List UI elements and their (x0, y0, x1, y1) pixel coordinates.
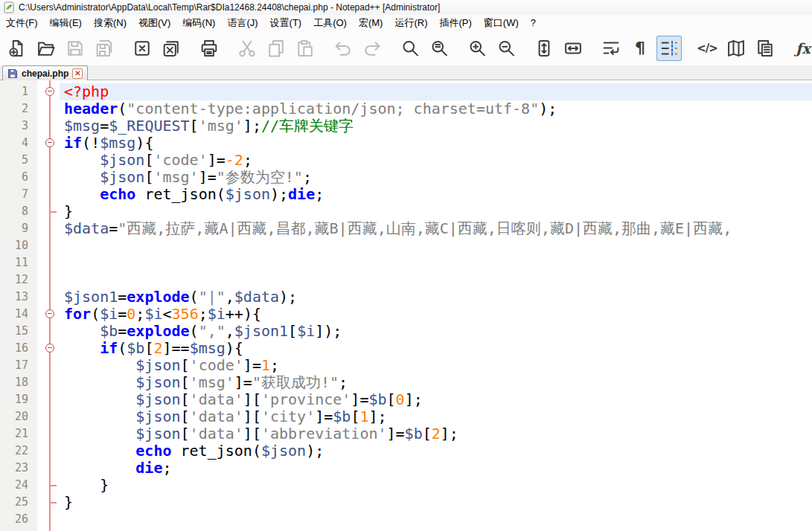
line-number[interactable]: 14 (0, 306, 37, 323)
fold-collapse-icon[interactable] (45, 309, 54, 318)
menu-item-4[interactable]: 编码(N) (176, 15, 221, 31)
code-text[interactable]: $json['data']['province']=$b[0]; (60, 391, 812, 408)
editor-line-18[interactable]: 18 $json['msg']="获取成功!"; (0, 374, 812, 391)
function-list-button[interactable]: ƒx (790, 36, 812, 61)
fold-margin[interactable] (37, 460, 60, 477)
menu-item-0[interactable]: 文件(F) (0, 15, 44, 31)
show-all-characters-button[interactable]: ¶ (627, 36, 653, 61)
editor-line-1[interactable]: 1<?php (0, 83, 812, 100)
editor-line-19[interactable]: 19 $json['data']['province']=$b[0]; (0, 391, 812, 408)
fold-margin[interactable] (37, 220, 60, 237)
line-number[interactable]: 8 (0, 203, 37, 220)
code-text[interactable]: $data="西藏,拉萨,藏A|西藏,昌都,藏B|西藏,山南,藏C|西藏,日喀则… (60, 220, 812, 237)
code-text[interactable]: header("content-type:application/json; c… (60, 100, 812, 118)
code-text[interactable]: $msg=$_REQUEST['msg'];//车牌关键字 (60, 118, 812, 135)
line-number[interactable]: 2 (0, 100, 37, 118)
line-number[interactable]: 13 (0, 289, 37, 306)
editor-line-14[interactable]: 14for($i=0;$i<356;$i++){ (0, 306, 812, 323)
line-number[interactable]: 5 (0, 152, 37, 169)
code-text[interactable]: $json['msg']="获取成功!"; (60, 374, 812, 391)
code-text[interactable]: } (60, 494, 812, 511)
line-number[interactable]: 1 (0, 83, 37, 100)
fold-margin[interactable] (37, 306, 60, 323)
fold-margin[interactable] (37, 118, 60, 135)
fold-margin[interactable] (37, 374, 60, 391)
show-indent-guide-button[interactable] (656, 36, 682, 61)
editor[interactable]: 1<?php2header("content-type:application/… (0, 80, 812, 531)
line-number[interactable]: 24 (0, 477, 37, 494)
code-text[interactable]: if(!$msg){ (60, 135, 812, 152)
fold-margin[interactable] (37, 442, 60, 460)
editor-line-24[interactable]: 24 } (0, 477, 812, 494)
code-text[interactable]: echo ret_json($json); (60, 442, 812, 460)
code-text[interactable]: } (60, 477, 812, 494)
fold-margin[interactable] (37, 100, 60, 118)
fold-margin[interactable] (37, 357, 60, 374)
print-button[interactable] (196, 36, 222, 61)
fold-margin[interactable] (37, 289, 60, 306)
menu-item-11[interactable]: 窗口(W) (478, 15, 525, 31)
editor-line-17[interactable]: 17 $json['code']=1; (0, 357, 812, 374)
fold-margin[interactable] (37, 152, 60, 169)
editor-line-25[interactable]: 25} (0, 494, 812, 511)
fold-margin[interactable] (37, 323, 60, 340)
code-text[interactable]: for($i=0;$i<356;$i++){ (60, 306, 812, 323)
menu-item-5[interactable]: 语言(J) (221, 15, 263, 31)
line-number[interactable]: 3 (0, 118, 37, 135)
line-number[interactable]: 25 (0, 494, 37, 511)
line-number[interactable]: 16 (0, 340, 37, 357)
editor-line-7[interactable]: 7 echo ret_json($json);die; (0, 186, 812, 203)
find-button[interactable] (397, 36, 423, 61)
code-text[interactable]: $json['msg']="参数为空!"; (60, 169, 812, 186)
code-text[interactable]: echo ret_json($json);die; (60, 186, 812, 203)
line-number[interactable]: 9 (0, 220, 37, 237)
fold-margin[interactable] (37, 511, 60, 528)
editor-line-23[interactable]: 23 die; (0, 460, 812, 477)
editor-line-15[interactable]: 15 $b=explode(",",$json1[$i]); (0, 323, 812, 340)
editor-line-8[interactable]: 8} (0, 203, 812, 220)
line-number[interactable]: 4 (0, 135, 37, 152)
line-number[interactable]: 10 (0, 237, 37, 254)
line-number[interactable]: 15 (0, 323, 37, 340)
open-file-button[interactable] (33, 36, 59, 61)
line-number[interactable]: 22 (0, 442, 37, 460)
fold-margin[interactable] (37, 425, 60, 442)
line-number[interactable]: 18 (0, 374, 37, 391)
editor-line-10[interactable]: 10 (0, 237, 812, 254)
fold-margin[interactable] (37, 254, 60, 271)
line-number[interactable]: 21 (0, 425, 37, 442)
user-defined-language-button[interactable]: </> (694, 36, 720, 61)
document-map-button[interactable] (723, 36, 749, 61)
fold-margin[interactable] (37, 391, 60, 408)
editor-line-4[interactable]: 4if(!$msg){ (0, 135, 812, 152)
zoom-out-button[interactable] (493, 36, 519, 61)
code-text[interactable] (60, 254, 812, 271)
line-number[interactable]: 11 (0, 254, 37, 271)
line-number[interactable]: 7 (0, 186, 37, 203)
code-text[interactable]: } (60, 203, 812, 220)
editor-line-16[interactable]: 16 if($b[2]==$msg){ (0, 340, 812, 357)
code-text[interactable]: $json['code']=1; (60, 357, 812, 374)
code-text[interactable]: $json['data']['abbreviation']=$b[2]; (60, 425, 812, 442)
fold-margin[interactable] (37, 340, 60, 357)
menu-item-3[interactable]: 视图(V) (132, 15, 176, 31)
code-text[interactable]: if($b[2]==$msg){ (60, 340, 812, 357)
fold-margin[interactable] (37, 169, 60, 186)
new-file-button[interactable] (4, 36, 30, 61)
editor-line-22[interactable]: 22 echo ret_json($json); (0, 442, 812, 460)
line-number[interactable]: 19 (0, 391, 37, 408)
fold-margin[interactable] (37, 237, 60, 254)
fold-margin[interactable] (37, 408, 60, 425)
code-text[interactable]: $json['data']['city']=$b[1]; (60, 408, 812, 425)
zoom-in-button[interactable] (464, 36, 490, 61)
fold-margin[interactable] (37, 203, 60, 220)
line-number[interactable]: 12 (0, 271, 37, 289)
editor-line-2[interactable]: 2header("content-type:application/json; … (0, 100, 812, 118)
line-number[interactable]: 26 (0, 511, 37, 528)
code-text[interactable]: <?php (60, 83, 812, 100)
code-text[interactable]: $b=explode(",",$json1[$i]); (60, 323, 812, 340)
editor-line-11[interactable]: 11 (0, 254, 812, 271)
line-number[interactable]: 6 (0, 169, 37, 186)
tab-chepai-php[interactable]: chepai.php ✕ (2, 65, 88, 80)
menu-item-1[interactable]: 编辑(E) (44, 15, 88, 31)
